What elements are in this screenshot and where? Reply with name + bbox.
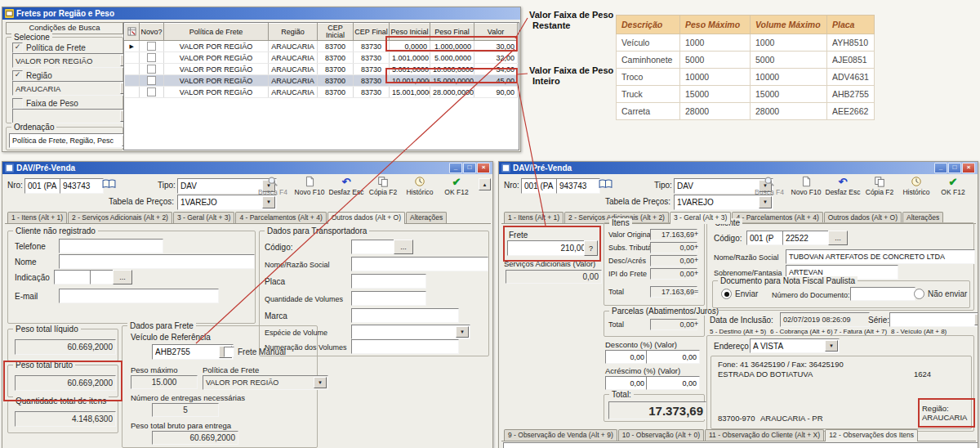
desconto-pct-field[interactable]: 0,00 bbox=[605, 350, 648, 364]
tab-alteracoes[interactable]: Alterações bbox=[406, 212, 447, 223]
maximize-button[interactable]: □ bbox=[948, 163, 961, 173]
novo-button[interactable]: Novo F10 bbox=[787, 176, 825, 196]
tabela-precos-select[interactable]: 1VAREJO▼ bbox=[674, 195, 773, 210]
numero-documento-field[interactable] bbox=[850, 287, 915, 301]
maximize-button[interactable]: □ bbox=[463, 163, 476, 173]
grid-cell[interactable]: 90,00 bbox=[474, 87, 518, 98]
ok-button[interactable]: ✔ OK F12 bbox=[438, 176, 475, 196]
razao-social-field[interactable]: TUBOVAN ARTEFATOS DE CONCRETO LTDA bbox=[786, 249, 975, 264]
tab-observacao-cliente[interactable]: 11 - Observação do Cliente (Alt + X) bbox=[705, 429, 824, 441]
grid-cell[interactable]: 83700 bbox=[318, 64, 354, 75]
grid-row-4-selected[interactable]: VALOR POR REGIÃO ARAUCARIA 83700 83730 1… bbox=[125, 75, 518, 87]
desfaz-button[interactable]: ↶ Desfaz Esc bbox=[327, 176, 365, 196]
busca-button[interactable]: Busca F4 bbox=[751, 176, 788, 196]
acrescimo-valor-field[interactable]: 0,00 bbox=[646, 376, 700, 390]
grid-cell[interactable]: ARAUCARIA bbox=[269, 75, 318, 87]
minimize-button[interactable]: _ bbox=[449, 163, 462, 173]
indicacao-lookup-button[interactable]: ... bbox=[113, 270, 132, 284]
novo-cell[interactable] bbox=[140, 41, 164, 52]
cliente-lookup-button[interactable]: ... bbox=[828, 231, 848, 245]
copia-button[interactable]: Cópia F2 bbox=[861, 176, 898, 196]
frete-field[interactable]: 210,00 bbox=[507, 240, 589, 256]
ordenacao-select[interactable]: Política de Frete, Região, Pesc▼ bbox=[9, 133, 136, 148]
desfaz-button[interactable]: ↶ Desfaz Esc bbox=[824, 176, 862, 196]
grid-cell[interactable]: VALOR POR REGIÃO bbox=[164, 75, 269, 87]
novo-cell[interactable] bbox=[140, 75, 164, 87]
tab-geral[interactable]: 3 - Geral (Alt + 3) bbox=[670, 212, 731, 224]
historico-button[interactable]: Histórico bbox=[898, 176, 935, 196]
frete-manual-checkbox[interactable]: Frete Manual bbox=[224, 347, 286, 357]
fretes-titlebar[interactable]: Fretes por Região e Peso bbox=[2, 7, 520, 20]
dav-right-titlebar[interactable]: DAV/Pré-Venda _ □ × bbox=[499, 162, 978, 174]
fretes-grid[interactable]: Novo? Política de Frete Região CEP Inici… bbox=[123, 22, 519, 150]
grid-cell[interactable]: 83700 bbox=[318, 75, 354, 87]
grid-cell[interactable]: VALOR POR REGIÃO bbox=[164, 52, 269, 64]
tab-alteracoes[interactable]: Alterações bbox=[902, 212, 943, 223]
tab-servicos-adicionais[interactable]: 2 - Serviços Adicionais (Alt + 2) bbox=[68, 212, 172, 223]
tab-parcelamentos[interactable]: 4 - Parcelamentos (Alt + 4) bbox=[235, 212, 326, 223]
novo-checkbox[interactable] bbox=[147, 87, 156, 96]
veiculo-referencia-select[interactable]: AHB2755▼ bbox=[152, 344, 234, 360]
telefone-field[interactable] bbox=[59, 239, 163, 253]
grid-col-peso-final[interactable]: Peso Final bbox=[430, 24, 474, 41]
grid-cell[interactable]: ARAUCARIA bbox=[269, 64, 318, 75]
grid-cell[interactable]: 5.001,0000 bbox=[390, 64, 430, 75]
copia-button[interactable]: Cópia F2 bbox=[364, 176, 402, 196]
grid-cell[interactable]: 83700 bbox=[318, 87, 354, 98]
grid-cell[interactable]: 32,00 bbox=[474, 52, 518, 64]
politica-frete-checkbox[interactable]: ✓Política de Frete bbox=[12, 43, 86, 53]
enviar-radio[interactable]: Enviar bbox=[721, 289, 758, 299]
regiao-select[interactable]: ARAUCARIA▼ bbox=[12, 81, 135, 96]
grid-cell[interactable]: 83730 bbox=[354, 87, 390, 98]
tab-observacao-venda[interactable]: 9 - Observação de Venda (Alt + 9) bbox=[504, 429, 617, 441]
transportadora-lookup-button[interactable]: ... bbox=[394, 240, 413, 254]
grid-cell[interactable]: 15.000,0000 bbox=[430, 75, 474, 87]
grid-col-politica[interactable]: Política de Frete bbox=[164, 24, 269, 41]
grid-cell[interactable]: 1.001,0000 bbox=[390, 52, 430, 64]
numeracao-volumes-field[interactable] bbox=[351, 339, 459, 354]
grid-cell[interactable]: ARAUCARIA bbox=[269, 87, 318, 98]
chevron-down-icon[interactable]: ▼ bbox=[314, 377, 327, 388]
tab-outros-dados[interactable]: Outros dados (Alt + O) bbox=[824, 212, 902, 223]
grid-cell[interactable]: 10.001,0000 bbox=[390, 75, 430, 87]
grid-cell[interactable]: 5.000,0000 bbox=[430, 52, 474, 64]
grid-cell[interactable]: 45,00 bbox=[474, 75, 518, 87]
grid-col-valor[interactable]: Valor bbox=[474, 24, 518, 41]
chevron-down-icon[interactable]: ▼ bbox=[456, 326, 469, 338]
close-button[interactable]: × bbox=[962, 163, 975, 173]
grid-cell[interactable]: VALOR POR REGIÃO bbox=[164, 41, 269, 52]
observacoes-textarea[interactable] bbox=[503, 442, 978, 448]
nao-enviar-radio[interactable]: Não enviar bbox=[914, 289, 967, 299]
grid-header-icon-cell[interactable] bbox=[125, 24, 140, 41]
nro-tipo-field[interactable]: 001 (PA bbox=[521, 178, 561, 194]
especie-volume-select[interactable]: ▼ bbox=[351, 325, 470, 339]
nro-tipo-field[interactable]: 001 (PA bbox=[24, 178, 65, 194]
novo-cell[interactable] bbox=[140, 52, 164, 64]
novo-checkbox[interactable] bbox=[147, 53, 156, 62]
email-field[interactable] bbox=[59, 289, 219, 303]
quantidade-volumes-field[interactable] bbox=[351, 291, 426, 306]
tab-parcelamentos[interactable]: 4 - Parcelamentos (Alt + 4) bbox=[732, 212, 822, 223]
endereco-select[interactable]: A VISTA▼ bbox=[750, 338, 840, 353]
chevron-down-icon[interactable]: ▼ bbox=[262, 196, 275, 208]
desconto-valor-field[interactable]: 0,00 bbox=[646, 350, 700, 364]
grid-cell[interactable]: 83700 bbox=[318, 41, 354, 52]
grid-row-3[interactable]: VALOR POR REGIÃO ARAUCARIA 83700 83730 5… bbox=[125, 64, 518, 75]
nro-number-field[interactable]: 943743 bbox=[556, 178, 600, 194]
close-button[interactable]: × bbox=[477, 163, 490, 173]
razao-social-field[interactable] bbox=[351, 257, 488, 271]
grid-row-1[interactable]: ▶ VALOR POR REGIÃO ARAUCARIA 83700 83730… bbox=[125, 41, 518, 52]
grid-cell[interactable]: 10.000,0000 bbox=[430, 64, 474, 75]
grid-cell[interactable]: VALOR POR REGIÃO bbox=[164, 87, 269, 98]
book-icon[interactable] bbox=[599, 178, 612, 190]
grid-col-cep-inicial[interactable]: CEP Inicial bbox=[318, 24, 354, 41]
regiao-checkbox[interactable]: ✓Região bbox=[12, 70, 52, 81]
grid-cell[interactable]: 83730 bbox=[354, 41, 390, 52]
grid-cell[interactable]: VALOR POR REGIÃO bbox=[164, 64, 269, 75]
grid-col-cep-final[interactable]: CEP Final bbox=[354, 24, 390, 41]
tab-observacoes-itens[interactable]: 12 - Observações dos Itens bbox=[825, 429, 918, 441]
grid-cell[interactable]: 28.000,0000 bbox=[430, 87, 474, 98]
tab-itens[interactable]: 1 - Itens (Alt + 1) bbox=[504, 212, 564, 223]
grid-col-regiao[interactable]: Região bbox=[269, 24, 318, 41]
chevron-down-icon[interactable]: ▼ bbox=[974, 314, 978, 325]
